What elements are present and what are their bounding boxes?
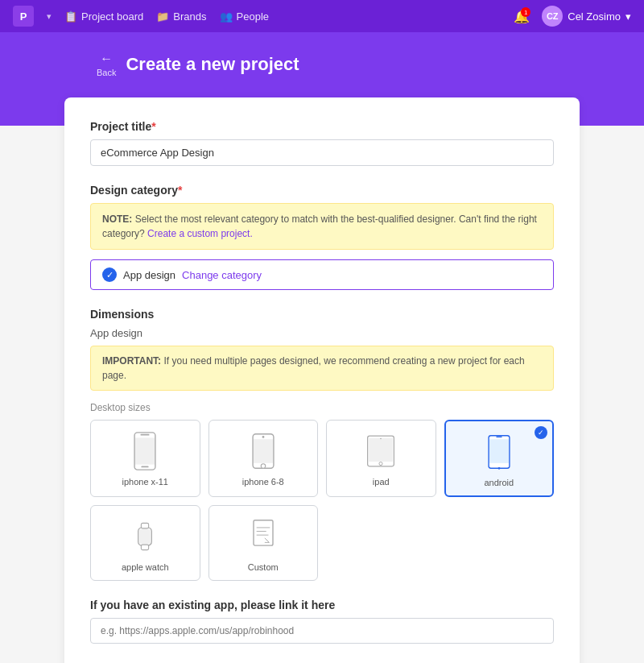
people-icon: 👥 [220,10,233,23]
svg-rect-14 [496,437,502,437]
user-avatar: CZ [542,6,563,27]
existing-app-label: If you have an existing app, please link… [90,599,554,611]
project-board-icon: 📋 [64,10,77,23]
back-button[interactable]: ← Back [97,52,116,77]
dimensions-label: Dimensions [90,308,554,321]
device-grid-row2: apple watch Custom [90,505,554,581]
dimensions-section: Dimensions App design IMPORTANT: If you … [90,308,554,581]
ipad-icon [366,432,395,470]
svg-rect-13 [489,439,509,463]
existing-app-input[interactable] [90,618,554,644]
notification-bell[interactable]: 🔔 1 [511,6,532,27]
nav-item-brands[interactable]: 📁 Brands [156,10,206,23]
device-label-android: android [484,478,514,487]
category-selected-box: ✓ App design Change category [90,259,554,290]
navbar: P ▾ 📋 Project board 📁 Brands 👥 People 🔔 … [0,0,644,32]
project-title-input[interactable] [90,139,554,166]
device-label-iphone-x11: iphone x-11 [122,477,169,487]
device-card-apple-watch[interactable]: apple watch [90,505,200,581]
device-grid-row1: iphone x-11 iphone 6-8 [90,420,554,497]
required-marker-2: * [178,184,182,197]
svg-rect-18 [142,523,149,528]
brands-icon: 📁 [156,10,169,23]
svg-point-9 [379,462,382,466]
iphone-x11-icon [130,432,159,470]
svg-rect-10 [369,438,393,462]
user-name-label: Cel Zosimo [568,10,621,23]
user-menu[interactable]: CZ Cel Zosimo ▾ [542,6,631,27]
svg-rect-3 [142,466,149,467]
device-card-custom[interactable]: Custom [208,505,319,581]
device-card-android[interactable]: ✓ android [444,420,555,497]
device-card-ipad[interactable]: ipad [326,420,436,497]
selected-category-label: App design [123,269,175,281]
important-box: IMPORTANT: If you need multiple pages de… [90,346,554,391]
svg-rect-17 [139,529,151,544]
nav-item-project-board[interactable]: 📋 Project board [64,10,143,23]
device-label-ipad: ipad [373,477,390,487]
custom-icon [249,517,278,556]
project-title-section: Project title* [90,120,554,166]
svg-rect-6 [254,439,273,463]
iphone-6-8-icon [249,432,278,470]
device-label-custom: Custom [248,562,279,572]
grid-spacer-1 [326,505,436,581]
app-logo[interactable]: P [13,6,34,27]
change-category-link[interactable]: Change category [182,269,262,281]
svg-rect-2 [135,437,155,464]
device-label-iphone-6-8: iphone 6-8 [242,477,284,487]
svg-rect-1 [141,434,150,436]
category-check-icon: ✓ [102,267,117,282]
design-category-label: Design category* [90,184,554,197]
svg-point-11 [380,438,382,440]
desktop-sizes-label: Desktop sizes [90,402,554,413]
svg-rect-19 [142,545,149,549]
svg-point-7 [261,464,266,469]
android-icon [485,433,514,471]
navbar-right: 🔔 1 CZ Cel Zosimo ▾ [511,6,631,27]
back-label: Back [97,68,116,77]
nav-item-people[interactable]: 👥 People [220,10,269,23]
back-arrow-icon: ← [100,52,113,66]
project-title-label: Project title* [90,120,554,133]
device-card-iphone-x11[interactable]: iphone x-11 [90,420,200,497]
existing-app-section: If you have an existing app, please link… [90,599,554,644]
note-box: NOTE: Select the most relevant category … [90,203,554,250]
device-label-apple-watch: apple watch [122,562,169,572]
svg-point-15 [497,467,500,470]
page-title: Create a new project [126,54,299,75]
main-form-card: Project title* Design category* NOTE: Se… [64,97,580,663]
android-check-icon: ✓ [535,426,547,439]
required-marker: * [151,120,155,133]
grid-spacer-2 [444,505,555,581]
svg-point-5 [262,436,264,438]
logo-chevron: ▾ [47,11,52,22]
user-chevron: ▾ [625,10,631,23]
design-category-section: Design category* NOTE: Select the most r… [90,184,554,290]
note-strong: NOTE: [102,213,132,225]
device-card-iphone-6-8[interactable]: iphone 6-8 [208,420,319,497]
app-design-sublabel: App design [90,327,554,339]
custom-project-link[interactable]: Create a custom project. [147,228,253,239]
apple-watch-icon [130,517,159,556]
svg-rect-20 [254,520,273,545]
